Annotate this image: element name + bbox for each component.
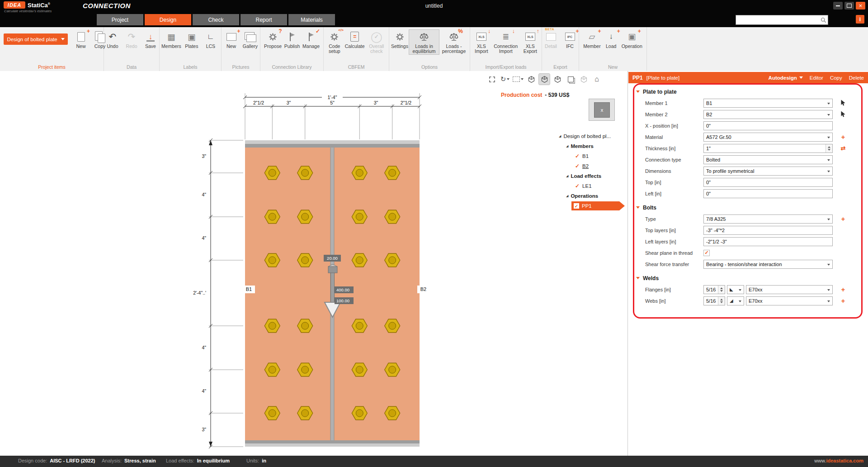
ribbon-item-plates[interactable]: ▣Plates — [182, 30, 201, 49]
ribbon-item-load[interactable]: ↓+Load — [602, 30, 621, 49]
connection-type-select[interactable]: Bolted — [703, 155, 833, 164]
ribbon-item-member[interactable]: ▱+Member — [582, 30, 602, 49]
check-icon[interactable]: ✓ — [575, 153, 580, 159]
view-cube[interactable]: x — [589, 99, 615, 121]
copy-operation-button[interactable]: Copy — [830, 75, 842, 81]
ribbon-item-xls-import[interactable]: XLS↓XLS Import — [470, 30, 493, 54]
tree-item-members[interactable]: ◢Members — [557, 141, 627, 151]
section-bolts[interactable]: Bolts — [628, 202, 868, 213]
shear-force-transfer-select[interactable]: Bearing - tension/shear interaction — [703, 260, 833, 269]
maximize-button[interactable] — [844, 2, 854, 10]
add-icon[interactable]: + — [835, 297, 851, 305]
add-icon[interactable]: + — [835, 133, 851, 141]
shear-plane-in-thread-checkbox[interactable]: ✓ — [703, 250, 710, 256]
thickness-in-stepper[interactable]: 1" — [703, 144, 833, 153]
ribbon-item-undo[interactable]: ↶Undo — [103, 30, 122, 49]
top-in-input[interactable]: 0" — [703, 178, 833, 187]
tab-design[interactable]: Design — [145, 14, 191, 25]
webs-in-electrode-select[interactable]: E70xx — [746, 296, 833, 305]
wireframe-view-icon[interactable] — [552, 74, 563, 85]
transparent-view-icon[interactable] — [539, 74, 550, 85]
ribbon-item-gallery[interactable]: Gallery — [241, 30, 260, 49]
tree-item-pp1[interactable]: ✓PP1 — [557, 201, 627, 211]
spinner-buttons[interactable] — [718, 286, 725, 294]
delete-operation-button[interactable]: Delete — [849, 75, 864, 81]
expander-icon[interactable]: ◢ — [559, 134, 561, 138]
ribbon-item-manage[interactable]: ✓Manage — [302, 30, 321, 49]
rotate-icon[interactable]: ↻ — [500, 74, 510, 85]
expand-icon[interactable] — [486, 74, 497, 85]
add-icon[interactable]: + — [835, 286, 851, 293]
left-layers-in-input[interactable]: -2"1/2 -3" — [703, 237, 833, 246]
plate-b2[interactable] — [334, 148, 420, 440]
tab-project[interactable]: Project — [97, 14, 143, 25]
model-canvas[interactable]: ↻⌂ Production cost- 539 US$ x ◢Design of… — [0, 71, 628, 456]
ribbon-item-calculate[interactable]: =Calculate — [345, 30, 364, 49]
selected-operation-banner[interactable]: ✓PP1 — [571, 201, 625, 210]
tree-item-load-effects[interactable]: ◢Load effects — [557, 171, 627, 181]
solid-view-icon[interactable] — [526, 74, 537, 85]
tree-item-le1[interactable]: ✓LE1 — [557, 181, 627, 191]
ribbon-item-operation[interactable]: ▣+Operation — [621, 30, 643, 49]
select-member-cursor-icon[interactable] — [835, 111, 851, 118]
ribbon-item-ifc[interactable]: IFC+IFC — [561, 30, 580, 49]
member-1-select[interactable]: B1 — [703, 99, 833, 108]
expander-icon[interactable]: ◢ — [566, 174, 568, 178]
member-2-select[interactable]: B2 — [703, 110, 833, 119]
top-layers-in-input[interactable]: -3" -4"*2 — [703, 226, 833, 235]
ribbon-item-new[interactable]: +New — [71, 30, 90, 49]
fillet-weld-web-icon[interactable]: ◢ — [727, 296, 744, 305]
ribbon-item-code-setup[interactable]: </>Code setup — [324, 30, 345, 54]
ribbon-item-publish[interactable]: Publish — [283, 30, 302, 49]
select-member-cursor-icon[interactable] — [835, 100, 851, 106]
tree-item-b1[interactable]: ✓B1 — [557, 151, 627, 161]
ribbon-item-connection-import[interactable]: ≣↓Connection Import — [493, 30, 519, 54]
operation-template-dropdown[interactable]: Design of bolted plate — [4, 33, 68, 45]
tree-item-b2[interactable]: ✓B2 — [557, 161, 627, 171]
section-plate-to-plate[interactable]: Plate to plate — [628, 86, 868, 97]
flanges-in-size-stepper[interactable]: 5/16 — [703, 285, 725, 294]
fillet-weld-flange-icon[interactable]: ◣ — [727, 285, 744, 294]
ribbon-item-members[interactable]: ▦Members — [160, 30, 182, 49]
check-icon[interactable]: ✓ — [575, 163, 580, 169]
spinner-buttons[interactable] — [718, 297, 725, 305]
left-in-input[interactable]: 0" — [703, 189, 833, 198]
material-select[interactable]: A572 Gr.50 — [703, 133, 833, 142]
webs-in-size-stepper[interactable]: 5/16 — [703, 296, 725, 305]
ribbon-item-propose[interactable]: ?Propose — [263, 30, 283, 49]
tree-item-operations[interactable]: ◢Operations — [557, 191, 627, 201]
ribbon-item-loads-percentage[interactable]: %Loads - percentage — [439, 30, 469, 54]
plate-b1[interactable] — [245, 148, 330, 440]
ribbon-item-xls-export[interactable]: XLS↑XLS Export — [519, 30, 542, 54]
home-icon[interactable]: ⌂ — [591, 74, 602, 85]
close-button[interactable]: × — [856, 2, 865, 10]
dimensions-select[interactable]: To profile symmetrical — [703, 167, 833, 176]
spinner-buttons[interactable] — [826, 144, 832, 152]
check-icon[interactable]: ✓ — [574, 203, 579, 209]
ribbon-item-lcs[interactable]: ∟LCS — [201, 30, 220, 49]
tab-materials[interactable]: Materials — [288, 14, 335, 25]
mesh-view-icon[interactable] — [565, 74, 576, 85]
tree-item-design-of-bolted-pl[interactable]: ◢Design of bolted pl... — [557, 131, 627, 141]
add-icon[interactable]: + — [835, 215, 851, 223]
ribbon-item-settings[interactable]: Settings — [390, 30, 409, 49]
minimize-button[interactable] — [833, 2, 843, 10]
expander-icon[interactable]: ◢ — [566, 194, 568, 198]
crop-icon[interactable] — [513, 74, 524, 85]
ribbon-item-new[interactable]: +New — [222, 30, 241, 49]
section-welds[interactable]: Welds — [628, 272, 868, 284]
autodesign-button[interactable]: Autodesign — [769, 75, 803, 81]
help-button[interactable]: i — [856, 15, 864, 24]
website-link[interactable]: www.ideastatica.com — [814, 458, 863, 463]
tab-report[interactable]: Report — [241, 14, 287, 25]
check-icon[interactable]: ✓ — [575, 183, 580, 189]
expander-icon[interactable]: ◢ — [566, 144, 568, 148]
ribbon-item-save[interactable]: ↓Save — [141, 30, 160, 49]
x-position-in-input[interactable]: 0" — [703, 121, 833, 130]
ribbon-item-loads-in-equilibrium[interactable]: Loads in equilibrium — [409, 30, 439, 54]
swap-icon[interactable]: ⇄ — [835, 145, 851, 152]
type-select[interactable]: 7/8 A325 — [703, 214, 833, 224]
editor-button[interactable]: Editor — [810, 75, 823, 81]
tab-check[interactable]: Check — [193, 14, 239, 25]
flanges-in-electrode-select[interactable]: E70xx — [746, 285, 833, 294]
